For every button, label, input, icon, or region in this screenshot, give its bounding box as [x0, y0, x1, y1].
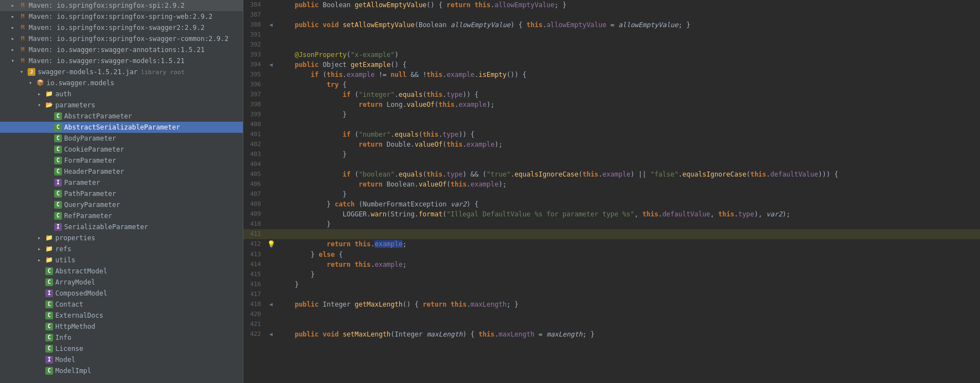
- sidebar-item-class-ref[interactable]: CRefParameter: [0, 210, 243, 221]
- line-number: 404: [243, 159, 265, 169]
- line-code: [277, 319, 980, 329]
- sidebar-item-class-composedmodel[interactable]: IComposedModel: [0, 288, 243, 299]
- class-icon: C: [54, 146, 62, 153]
- fold-icon[interactable]: ◀: [269, 301, 273, 307]
- sidebar-item-maven-web[interactable]: MMaven: io.springfox:springfox-spring-we…: [0, 11, 243, 22]
- class-icon: C: [54, 190, 62, 198]
- sidebar-item-class-externaldocs[interactable]: CExternalDocs: [0, 310, 243, 321]
- tree-arrow: [46, 113, 53, 120]
- sidebar-item-maven-spi[interactable]: MMaven: io.springfox:springfox-spi:2.9.2: [0, 0, 243, 11]
- line-code: if (this.example != null && !this.exampl…: [277, 70, 980, 80]
- sidebar-item-maven-models[interactable]: MMaven: io.swagger:swagger-models:1.5.21: [0, 55, 243, 66]
- sidebar-item-class-abstract[interactable]: CAbstractParameter: [0, 111, 243, 122]
- interface-icon: I: [45, 289, 53, 297]
- sidebar-item-class-modelimpl[interactable]: CModelImpl: [0, 365, 243, 376]
- code-row: 416 }: [243, 280, 980, 289]
- sidebar-item-jar-models[interactable]: Jswagger-models-1.5.21.jarlibrary root: [0, 66, 243, 77]
- tree-arrow: [38, 301, 44, 308]
- folder-closed-icon: 📁: [45, 234, 53, 242]
- line-gutter: [265, 250, 277, 260]
- sidebar-item-folder-properties[interactable]: 📁properties: [0, 232, 243, 244]
- line-gutter: [265, 289, 277, 299]
- tree-item-label: PathParameter: [64, 190, 116, 198]
- line-number: 387: [243, 10, 265, 20]
- tree-arrow: [46, 168, 53, 175]
- sidebar-item-class-info[interactable]: CInfo: [0, 332, 243, 343]
- sidebar-item-pkg-swagger[interactable]: 📦io.swagger.models: [0, 77, 243, 89]
- tree-arrow: [46, 135, 53, 142]
- line-number: 397: [243, 90, 265, 100]
- tree-arrow: [38, 246, 44, 252]
- sidebar-item-class-cookie[interactable]: CCookieParameter: [0, 144, 243, 155]
- tree-arrow: [20, 69, 27, 75]
- tree-item-label: io.swagger.models: [46, 79, 114, 87]
- sidebar-item-class-query[interactable]: CQueryParameter: [0, 199, 243, 210]
- line-gutter: [265, 219, 277, 229]
- line-code: return Long.valueOf(this.example);: [277, 100, 980, 110]
- fold-icon[interactable]: ◀: [269, 61, 273, 68]
- maven-icon: M: [19, 57, 27, 65]
- line-code: [277, 229, 980, 239]
- tree-arrow: [38, 356, 44, 363]
- sidebar-item-maven-annotations[interactable]: MMaven: io.swagger:swagger-annotations:1…: [0, 44, 243, 55]
- code-row: 401 if ("number".equals(this.type)) {: [243, 130, 980, 139]
- sidebar-item-class-contact[interactable]: CContact: [0, 299, 243, 310]
- line-number: 417: [243, 289, 265, 299]
- sidebar-item-class-form[interactable]: CFormParameter: [0, 155, 243, 166]
- line-number: 412: [243, 239, 265, 250]
- line-gutter: ◀: [265, 20, 277, 30]
- fold-icon[interactable]: ◀: [269, 22, 273, 28]
- line-code: public Boolean getAllowEmptyValue() { re…: [277, 0, 980, 10]
- code-row: 411: [243, 229, 980, 239]
- sidebar-item-folder-parameters[interactable]: 📂parameters: [0, 100, 243, 111]
- sidebar-item-folder-utils[interactable]: 📁utils: [0, 255, 243, 266]
- line-gutter: [265, 100, 277, 110]
- code-row: 392: [243, 40, 980, 50]
- sidebar-item-maven-common[interactable]: MMaven: io.springfox:springfox-swagger-c…: [0, 33, 243, 44]
- sidebar-item-class-abstractmodel[interactable]: CAbstractModel: [0, 266, 243, 277]
- line-number: 396: [243, 80, 265, 90]
- code-row: 413 } else {: [243, 250, 980, 260]
- sidebar-item-class-header[interactable]: CHeaderParameter: [0, 166, 243, 177]
- sidebar-item-class-model[interactable]: IModel: [0, 354, 243, 365]
- tree-arrow: [11, 13, 18, 20]
- sidebar-item-class-license[interactable]: CLicense: [0, 343, 243, 354]
- tree-arrow: [38, 279, 44, 286]
- bulb-icon[interactable]: 💡: [267, 240, 275, 248]
- sidebar-item-folder-auth[interactable]: 📁auth: [0, 89, 243, 100]
- sidebar-item-class-abstractser[interactable]: CAbstractSerializableParameter: [0, 122, 243, 133]
- class-icon: C: [54, 157, 62, 164]
- line-gutter: ◀: [265, 299, 277, 309]
- class-icon: C: [45, 267, 53, 275]
- line-number: 406: [243, 179, 265, 189]
- sidebar-item-class-arraymodel[interactable]: CArrayModel: [0, 277, 243, 288]
- line-number: 420: [243, 309, 265, 319]
- sidebar-item-class-path[interactable]: CPathParameter: [0, 188, 243, 199]
- sidebar-item-maven-swagger2[interactable]: MMaven: io.springfox:springfox-swagger2:…: [0, 22, 243, 33]
- sidebar-item-class-serial[interactable]: ISerializableParameter: [0, 221, 243, 232]
- fold-icon[interactable]: ◀: [269, 331, 273, 337]
- code-row: 414 return this.example;: [243, 260, 980, 270]
- line-gutter: [265, 159, 277, 169]
- line-code: }: [277, 270, 980, 280]
- tree-arrow: [38, 257, 44, 263]
- sidebar-item-class-httpmethod[interactable]: CHttpMethod: [0, 321, 243, 332]
- tree-arrow: [46, 179, 53, 186]
- line-gutter: 💡: [265, 239, 277, 250]
- code-row: 388◀ public void setAllowEmptyValue(Bool…: [243, 20, 980, 30]
- tree-arrow: [38, 268, 44, 275]
- line-gutter: ◀: [265, 329, 277, 339]
- line-gutter: [265, 80, 277, 90]
- line-number: 388: [243, 20, 265, 30]
- tree-item-label: License: [55, 345, 84, 353]
- tree-item-label: Maven: io.springfox:springfox-spring-web…: [29, 13, 212, 20]
- tree-item-label: SerializableParameter: [64, 223, 148, 231]
- sidebar-item-class-parameter[interactable]: IParameter: [0, 177, 243, 188]
- line-code: if ("boolean".equals(this.type) && ("tru…: [277, 169, 980, 179]
- sidebar-item-class-body[interactable]: CBodyParameter: [0, 133, 243, 144]
- class-icon: C: [45, 312, 53, 319]
- sidebar-item-folder-refs[interactable]: 📁refs: [0, 244, 243, 255]
- code-row: 397 if ("integer".equals(this.type)) {: [243, 90, 980, 100]
- tree-arrow: [46, 201, 53, 208]
- code-editor[interactable]: 384 public Boolean getAllowEmptyValue() …: [243, 0, 980, 383]
